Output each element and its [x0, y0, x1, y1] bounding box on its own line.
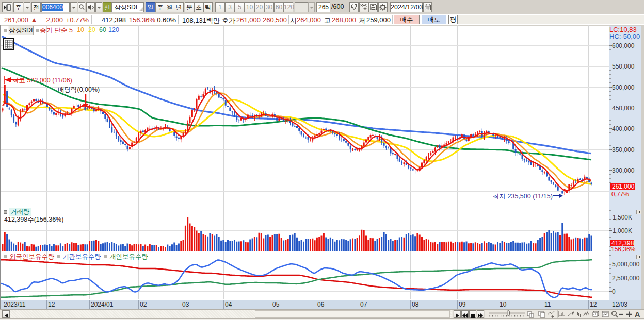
svg-text:0: 0: [612, 288, 616, 295]
svg-text:5,000,000: 5,000,000: [612, 261, 640, 268]
svg-text:2024/01: 2024/01: [91, 301, 114, 308]
svg-text:07: 07: [360, 301, 367, 308]
svg-text:배당락(0,00%): 배당락(0,00%): [58, 86, 100, 93]
svg-text:최고 522,000 (11/06): 최고 522,000 (11/06): [12, 77, 72, 84]
svg-text:261,000: 261,000: [612, 183, 635, 190]
svg-text:11: 11: [544, 301, 551, 308]
svg-text:600,000: 600,000: [612, 42, 635, 49]
svg-text:12/03: 12/03: [612, 301, 627, 308]
svg-text:12: 12: [48, 301, 55, 308]
svg-text:550,000: 550,000: [612, 63, 635, 70]
svg-text:08: 08: [412, 301, 419, 308]
svg-text:05: 05: [272, 301, 280, 308]
svg-text:0,77%: 0,77%: [611, 191, 629, 198]
svg-text:12: 12: [590, 301, 597, 308]
svg-text:350,000: 350,000: [612, 146, 635, 154]
svg-text:400,000: 400,000: [612, 125, 635, 132]
svg-text:A: A: [635, 310, 640, 318]
svg-text:06: 06: [317, 301, 325, 308]
svg-text:HC:-50,00: HC:-50,00: [609, 32, 640, 40]
svg-text:2,500,000: 2,500,000: [612, 275, 640, 282]
svg-text:03: 03: [182, 301, 189, 308]
svg-text:156,36%: 156,36%: [611, 246, 636, 253]
svg-text:500,000: 500,000: [612, 84, 635, 91]
svg-text:09: 09: [459, 301, 466, 308]
svg-text:10: 10: [500, 301, 507, 308]
svg-text:1,500K: 1,500K: [613, 214, 632, 221]
svg-text:300,000: 300,000: [612, 167, 635, 174]
svg-text:1,000K: 1,000K: [613, 227, 632, 234]
svg-text:2023/11: 2023/11: [4, 301, 26, 308]
svg-text:04: 04: [225, 301, 232, 308]
svg-text:02: 02: [140, 301, 147, 308]
svg-text:최저 235,500 (11/15): 최저 235,500 (11/15): [493, 193, 553, 200]
svg-text:450,000: 450,000: [612, 105, 635, 112]
